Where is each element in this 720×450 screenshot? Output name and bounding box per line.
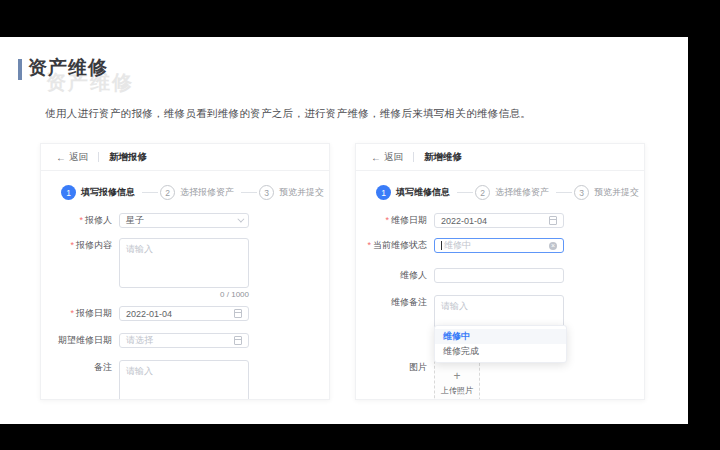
status-dropdown: 维修中 维修完成 [434, 325, 567, 363]
step-1-circle: 1 [61, 185, 76, 200]
step-connector [241, 192, 257, 193]
step-1-label: 填写维修信息 [396, 186, 450, 199]
images-label: 图片 [356, 360, 434, 400]
step-1-label: 填写报修信息 [81, 186, 135, 199]
required-mark: * [70, 308, 74, 318]
repairer-label: 维修人 [356, 268, 434, 283]
back-arrow-icon: ← [56, 152, 66, 163]
page-description: 使用人进行资产的报修，维修员看到维修的资产之后，进行资产维修，维修后来填写相关的… [45, 107, 531, 121]
upload-label: 上传照片 [441, 385, 473, 396]
repair-date-input[interactable]: 2022-01-04 [434, 213, 564, 228]
form-row-reporter: *报修人 星子 [41, 213, 329, 228]
reporter-value: 星子 [126, 214, 237, 227]
back-button[interactable]: ← 返回 [56, 151, 88, 164]
form-row-repairer: 维修人 [356, 268, 644, 283]
content-label: *报修内容 [41, 238, 119, 299]
step-3-label: 预览并提交 [594, 186, 639, 199]
status-value: 维修中 [444, 239, 549, 252]
content-placeholder: 请输入 [126, 244, 153, 254]
expect-date-placeholder: 请选择 [126, 334, 234, 347]
card-title: 新增维修 [424, 151, 462, 164]
content-textarea[interactable]: 请输入 [119, 238, 249, 288]
status-select[interactable]: 维修中 [434, 238, 564, 253]
back-label: 返回 [69, 151, 88, 164]
back-arrow-icon: ← [371, 152, 381, 163]
repairer-select[interactable] [434, 268, 564, 283]
card-title: 新增报修 [109, 151, 147, 164]
remark-textarea[interactable]: 请输入 [119, 360, 249, 400]
step-2-circle: 2 [475, 185, 490, 200]
card-header: ← 返回 新增维修 [356, 144, 644, 171]
steps-bar: 1 填写维修信息 2 选择维修资产 3 预览并提交 [376, 185, 644, 200]
calendar-icon [234, 309, 242, 318]
form-row-expect-date: 期望维修日期 请选择 [41, 333, 329, 348]
step-3-circle: 3 [574, 185, 589, 200]
content-panel: 资产维修 资产维修 使用人进行资产的报修，维修员看到维修的资产之后，进行资产维修… [0, 37, 688, 424]
repair-remark-placeholder: 请输入 [441, 301, 468, 311]
clear-circle-icon[interactable] [549, 242, 557, 250]
text-cursor [441, 241, 442, 250]
repair-request-form: *报修人 星子 *报修内容 请输入 0 / 1000 [41, 213, 329, 400]
upload-photo-button[interactable]: + 上传照片 [434, 360, 480, 400]
page-heading: 资产维修 资产维修 [18, 55, 108, 95]
step-3-circle: 3 [259, 185, 274, 200]
repair-date-value: 2022-01-04 [441, 216, 549, 226]
content-char-counter: 0 / 1000 [119, 290, 249, 299]
required-mark: * [70, 240, 74, 250]
new-maintenance-card: ← 返回 新增维修 1 填写维修信息 2 选择维修资产 3 预览并提交 *维修日… [355, 143, 645, 400]
header-divider [413, 152, 414, 162]
expect-date-input[interactable]: 请选择 [119, 333, 249, 348]
report-date-input[interactable]: 2022-01-04 [119, 306, 249, 321]
dropdown-option-completed[interactable]: 维修完成 [435, 344, 566, 359]
card-header: ← 返回 新增报修 [41, 144, 329, 171]
expect-date-label: 期望维修日期 [41, 333, 119, 348]
required-mark: * [367, 240, 371, 250]
form-row-content: *报修内容 请输入 0 / 1000 [41, 238, 329, 299]
step-connector [556, 192, 572, 193]
required-mark: * [385, 215, 389, 225]
status-label: *当前维修状态 [356, 238, 434, 253]
repair-date-label: *维修日期 [356, 213, 434, 228]
maintenance-form: *维修日期 2022-01-04 *当前维修状态 维修中 [356, 213, 644, 400]
steps-bar: 1 填写报修信息 2 选择报修资产 3 预览并提交 [61, 185, 329, 200]
heading-accent-bar [18, 59, 22, 80]
header-divider [98, 152, 99, 162]
step-2-label: 选择报修资产 [180, 186, 234, 199]
form-row-report-date: *报修日期 2022-01-04 [41, 306, 329, 321]
form-row-images: 图片 + 上传照片 [356, 360, 644, 400]
reporter-label: *报修人 [41, 213, 119, 228]
plus-icon: + [453, 370, 460, 382]
dropdown-option-in-progress[interactable]: 维修中 [435, 329, 566, 344]
back-label: 返回 [384, 151, 403, 164]
report-date-label: *报修日期 [41, 306, 119, 321]
page-title: 资产维修 [28, 55, 108, 81]
required-mark: * [79, 215, 83, 225]
repair-remark-label: 维修备注 [356, 295, 434, 354]
step-connector [457, 192, 473, 193]
step-2-circle: 2 [160, 185, 175, 200]
remark-label: 备注 [41, 360, 119, 400]
reporter-select[interactable]: 星子 [119, 213, 249, 228]
step-connector [142, 192, 158, 193]
form-row-status: *当前维修状态 维修中 [356, 238, 644, 253]
screenshot-stage: 资产维修 资产维修 使用人进行资产的报修，维修员看到维修的资产之后，进行资产维修… [0, 0, 720, 450]
calendar-icon [234, 336, 242, 345]
form-row-repair-date: *维修日期 2022-01-04 [356, 213, 644, 228]
report-date-value: 2022-01-04 [126, 309, 234, 319]
back-button[interactable]: ← 返回 [371, 151, 403, 164]
new-repair-request-card: ← 返回 新增报修 1 填写报修信息 2 选择报修资产 3 预览并提交 *报修人 [40, 143, 330, 400]
chevron-down-icon [237, 216, 244, 223]
remark-placeholder: 请输入 [126, 366, 153, 376]
calendar-icon [549, 216, 557, 225]
step-1-circle: 1 [376, 185, 391, 200]
step-2-label: 选择维修资产 [495, 186, 549, 199]
form-row-remark: 备注 请输入 [41, 360, 329, 400]
step-3-label: 预览并提交 [279, 186, 324, 199]
